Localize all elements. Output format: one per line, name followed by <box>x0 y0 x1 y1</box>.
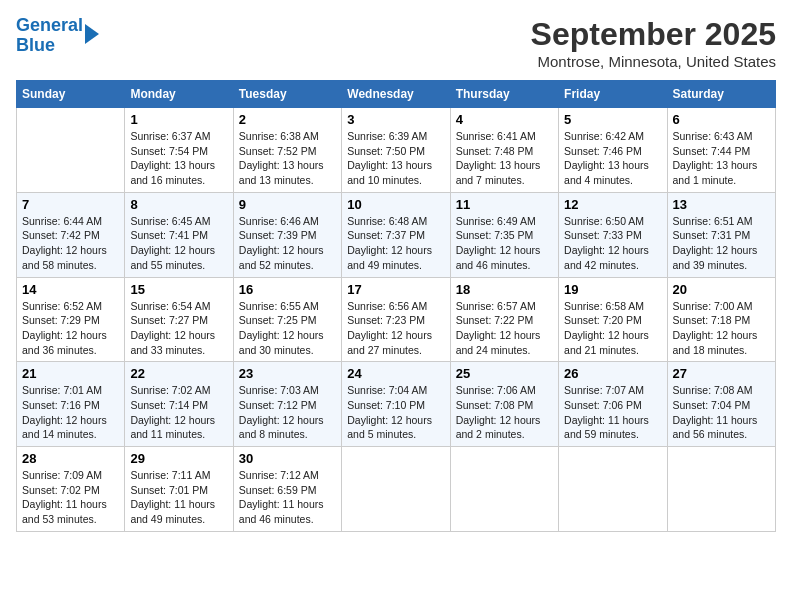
day-info: Sunrise: 6:46 AM Sunset: 7:39 PM Dayligh… <box>239 214 336 273</box>
day-info: Sunrise: 7:08 AM Sunset: 7:04 PM Dayligh… <box>673 383 770 442</box>
day-cell: 19Sunrise: 6:58 AM Sunset: 7:20 PM Dayli… <box>559 277 667 362</box>
day-cell: 27Sunrise: 7:08 AM Sunset: 7:04 PM Dayli… <box>667 362 775 447</box>
day-info: Sunrise: 7:12 AM Sunset: 6:59 PM Dayligh… <box>239 468 336 527</box>
day-info: Sunrise: 6:54 AM Sunset: 7:27 PM Dayligh… <box>130 299 227 358</box>
day-number: 7 <box>22 197 119 212</box>
day-info: Sunrise: 6:52 AM Sunset: 7:29 PM Dayligh… <box>22 299 119 358</box>
day-number: 26 <box>564 366 661 381</box>
day-cell: 13Sunrise: 6:51 AM Sunset: 7:31 PM Dayli… <box>667 192 775 277</box>
day-cell: 9Sunrise: 6:46 AM Sunset: 7:39 PM Daylig… <box>233 192 341 277</box>
day-info: Sunrise: 7:06 AM Sunset: 7:08 PM Dayligh… <box>456 383 553 442</box>
logo-line2: Blue <box>16 35 55 55</box>
week-row-2: 7Sunrise: 6:44 AM Sunset: 7:42 PM Daylig… <box>17 192 776 277</box>
day-cell: 22Sunrise: 7:02 AM Sunset: 7:14 PM Dayli… <box>125 362 233 447</box>
day-number: 4 <box>456 112 553 127</box>
day-number: 12 <box>564 197 661 212</box>
day-cell: 11Sunrise: 6:49 AM Sunset: 7:35 PM Dayli… <box>450 192 558 277</box>
day-number: 30 <box>239 451 336 466</box>
day-cell: 20Sunrise: 7:00 AM Sunset: 7:18 PM Dayli… <box>667 277 775 362</box>
day-info: Sunrise: 6:41 AM Sunset: 7:48 PM Dayligh… <box>456 129 553 188</box>
day-cell: 3Sunrise: 6:39 AM Sunset: 7:50 PM Daylig… <box>342 108 450 193</box>
day-number: 13 <box>673 197 770 212</box>
day-cell: 16Sunrise: 6:55 AM Sunset: 7:25 PM Dayli… <box>233 277 341 362</box>
day-info: Sunrise: 7:07 AM Sunset: 7:06 PM Dayligh… <box>564 383 661 442</box>
day-number: 25 <box>456 366 553 381</box>
logo-text: General Blue <box>16 16 83 56</box>
day-info: Sunrise: 6:58 AM Sunset: 7:20 PM Dayligh… <box>564 299 661 358</box>
day-info: Sunrise: 6:39 AM Sunset: 7:50 PM Dayligh… <box>347 129 444 188</box>
header-cell-thursday: Thursday <box>450 81 558 108</box>
day-cell: 10Sunrise: 6:48 AM Sunset: 7:37 PM Dayli… <box>342 192 450 277</box>
day-number: 14 <box>22 282 119 297</box>
day-number: 27 <box>673 366 770 381</box>
header-cell-friday: Friday <box>559 81 667 108</box>
day-number: 28 <box>22 451 119 466</box>
day-number: 15 <box>130 282 227 297</box>
day-cell: 28Sunrise: 7:09 AM Sunset: 7:02 PM Dayli… <box>17 447 125 532</box>
day-number: 11 <box>456 197 553 212</box>
day-cell: 24Sunrise: 7:04 AM Sunset: 7:10 PM Dayli… <box>342 362 450 447</box>
day-number: 23 <box>239 366 336 381</box>
day-number: 5 <box>564 112 661 127</box>
day-info: Sunrise: 6:49 AM Sunset: 7:35 PM Dayligh… <box>456 214 553 273</box>
calendar-header: SundayMondayTuesdayWednesdayThursdayFrid… <box>17 81 776 108</box>
day-cell <box>17 108 125 193</box>
day-cell: 30Sunrise: 7:12 AM Sunset: 6:59 PM Dayli… <box>233 447 341 532</box>
page-header: General Blue September 2025 Montrose, Mi… <box>16 16 776 70</box>
logo: General Blue <box>16 16 99 56</box>
day-cell: 7Sunrise: 6:44 AM Sunset: 7:42 PM Daylig… <box>17 192 125 277</box>
day-cell <box>450 447 558 532</box>
day-cell: 8Sunrise: 6:45 AM Sunset: 7:41 PM Daylig… <box>125 192 233 277</box>
day-info: Sunrise: 6:38 AM Sunset: 7:52 PM Dayligh… <box>239 129 336 188</box>
day-cell: 14Sunrise: 6:52 AM Sunset: 7:29 PM Dayli… <box>17 277 125 362</box>
day-info: Sunrise: 6:43 AM Sunset: 7:44 PM Dayligh… <box>673 129 770 188</box>
day-number: 29 <box>130 451 227 466</box>
day-cell: 17Sunrise: 6:56 AM Sunset: 7:23 PM Dayli… <box>342 277 450 362</box>
day-cell: 1Sunrise: 6:37 AM Sunset: 7:54 PM Daylig… <box>125 108 233 193</box>
day-info: Sunrise: 6:56 AM Sunset: 7:23 PM Dayligh… <box>347 299 444 358</box>
calendar-title: September 2025 <box>531 16 776 53</box>
day-number: 6 <box>673 112 770 127</box>
header-row: SundayMondayTuesdayWednesdayThursdayFrid… <box>17 81 776 108</box>
day-number: 3 <box>347 112 444 127</box>
week-row-1: 1Sunrise: 6:37 AM Sunset: 7:54 PM Daylig… <box>17 108 776 193</box>
day-info: Sunrise: 6:51 AM Sunset: 7:31 PM Dayligh… <box>673 214 770 273</box>
calendar-body: 1Sunrise: 6:37 AM Sunset: 7:54 PM Daylig… <box>17 108 776 532</box>
day-cell: 21Sunrise: 7:01 AM Sunset: 7:16 PM Dayli… <box>17 362 125 447</box>
week-row-3: 14Sunrise: 6:52 AM Sunset: 7:29 PM Dayli… <box>17 277 776 362</box>
day-number: 24 <box>347 366 444 381</box>
day-info: Sunrise: 7:01 AM Sunset: 7:16 PM Dayligh… <box>22 383 119 442</box>
day-info: Sunrise: 6:45 AM Sunset: 7:41 PM Dayligh… <box>130 214 227 273</box>
week-row-5: 28Sunrise: 7:09 AM Sunset: 7:02 PM Dayli… <box>17 447 776 532</box>
day-info: Sunrise: 6:48 AM Sunset: 7:37 PM Dayligh… <box>347 214 444 273</box>
day-info: Sunrise: 6:57 AM Sunset: 7:22 PM Dayligh… <box>456 299 553 358</box>
header-cell-tuesday: Tuesday <box>233 81 341 108</box>
day-number: 16 <box>239 282 336 297</box>
day-number: 17 <box>347 282 444 297</box>
day-cell <box>342 447 450 532</box>
day-number: 8 <box>130 197 227 212</box>
day-cell: 4Sunrise: 6:41 AM Sunset: 7:48 PM Daylig… <box>450 108 558 193</box>
day-info: Sunrise: 7:03 AM Sunset: 7:12 PM Dayligh… <box>239 383 336 442</box>
day-number: 22 <box>130 366 227 381</box>
day-number: 2 <box>239 112 336 127</box>
week-row-4: 21Sunrise: 7:01 AM Sunset: 7:16 PM Dayli… <box>17 362 776 447</box>
day-info: Sunrise: 6:44 AM Sunset: 7:42 PM Dayligh… <box>22 214 119 273</box>
title-block: September 2025 Montrose, Minnesota, Unit… <box>531 16 776 70</box>
day-number: 18 <box>456 282 553 297</box>
day-number: 1 <box>130 112 227 127</box>
logo-arrow-icon <box>85 24 99 44</box>
day-info: Sunrise: 7:02 AM Sunset: 7:14 PM Dayligh… <box>130 383 227 442</box>
day-cell: 29Sunrise: 7:11 AM Sunset: 7:01 PM Dayli… <box>125 447 233 532</box>
day-info: Sunrise: 7:00 AM Sunset: 7:18 PM Dayligh… <box>673 299 770 358</box>
day-info: Sunrise: 6:55 AM Sunset: 7:25 PM Dayligh… <box>239 299 336 358</box>
header-cell-monday: Monday <box>125 81 233 108</box>
day-cell: 6Sunrise: 6:43 AM Sunset: 7:44 PM Daylig… <box>667 108 775 193</box>
day-cell: 18Sunrise: 6:57 AM Sunset: 7:22 PM Dayli… <box>450 277 558 362</box>
day-cell: 12Sunrise: 6:50 AM Sunset: 7:33 PM Dayli… <box>559 192 667 277</box>
day-number: 21 <box>22 366 119 381</box>
day-cell: 5Sunrise: 6:42 AM Sunset: 7:46 PM Daylig… <box>559 108 667 193</box>
header-cell-sunday: Sunday <box>17 81 125 108</box>
header-cell-wednesday: Wednesday <box>342 81 450 108</box>
day-info: Sunrise: 7:09 AM Sunset: 7:02 PM Dayligh… <box>22 468 119 527</box>
